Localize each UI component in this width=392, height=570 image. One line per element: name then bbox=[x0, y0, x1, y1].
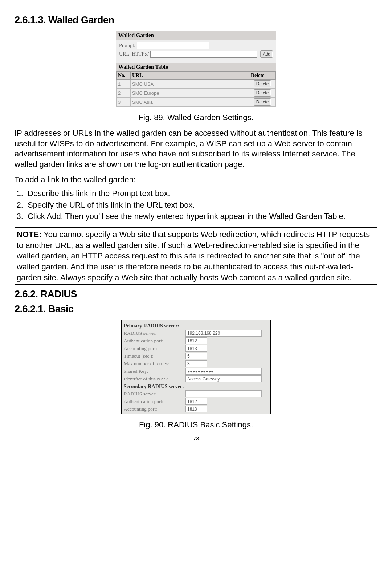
input-primary-server[interactable] bbox=[185, 330, 262, 337]
figure-90-radius-panel: Primary RADIUS server: RADIUS server: Au… bbox=[121, 320, 271, 414]
label-auth-port: Authentication port: bbox=[124, 338, 185, 344]
label-radius-server-2: RADIUS server: bbox=[124, 391, 185, 397]
input-secondary-auth[interactable] bbox=[185, 398, 207, 405]
delete-button[interactable]: Delete bbox=[254, 98, 271, 106]
list-item: Specify the URL of this link in the URL … bbox=[25, 200, 377, 211]
cell-url: SMC Asia bbox=[131, 98, 249, 107]
url-input[interactable] bbox=[150, 51, 257, 58]
label-shared-key: Shared Key: bbox=[124, 369, 185, 374]
steps-list: Describe this link in the Prompt text bo… bbox=[15, 188, 377, 222]
prompt-label: Prompt: bbox=[119, 43, 135, 49]
table-title: Walled Garden Table bbox=[116, 63, 276, 72]
label-acct-port-2: Accounting port: bbox=[124, 406, 185, 412]
delete-button[interactable]: Delete bbox=[254, 80, 271, 87]
section-heading-basic: 2.6.2.1. Basic bbox=[15, 304, 377, 315]
input-primary-nasid[interactable] bbox=[185, 375, 262, 382]
cell-no: 2 bbox=[117, 89, 131, 98]
input-secondary-server[interactable] bbox=[185, 390, 262, 397]
input-primary-key[interactable] bbox=[185, 368, 262, 375]
cell-url: SMC USA bbox=[131, 80, 249, 89]
panel-title: Walled Garden bbox=[116, 31, 276, 40]
delete-button[interactable]: Delete bbox=[254, 89, 271, 97]
col-delete: Delete bbox=[249, 72, 276, 80]
paragraph-description: IP addresses or URLs in the walled garde… bbox=[15, 128, 377, 170]
input-primary-timeout[interactable] bbox=[185, 353, 207, 359]
label-retries: Max number of retries: bbox=[124, 361, 185, 367]
cell-url: SMC Europe bbox=[131, 89, 249, 98]
input-primary-auth[interactable] bbox=[185, 337, 207, 344]
cell-no: 3 bbox=[117, 98, 131, 107]
label-timeout: Timeout (sec.): bbox=[124, 353, 185, 359]
input-secondary-acct[interactable] bbox=[185, 406, 207, 412]
primary-server-header: Primary RADIUS server: bbox=[124, 323, 268, 329]
figure-89-caption: Fig. 89. Walled Garden Settings. bbox=[15, 113, 377, 122]
note-text: You cannot specify a Web site that suppo… bbox=[17, 230, 370, 282]
add-button[interactable]: Add bbox=[260, 50, 273, 58]
table-row: 1 SMC USA Delete bbox=[117, 80, 276, 89]
list-item: Describe this link in the Prompt text bo… bbox=[25, 188, 377, 199]
paragraph-intro-steps: To add a link to the walled garden: bbox=[15, 175, 377, 185]
col-url: URL bbox=[131, 72, 249, 80]
section-heading-radius: 2.6.2. RADIUS bbox=[15, 289, 377, 300]
cell-no: 1 bbox=[117, 80, 131, 89]
note-label: NOTE: bbox=[17, 230, 41, 239]
input-primary-retries[interactable] bbox=[185, 360, 207, 367]
note-box: NOTE: You cannot specify a Web site that… bbox=[15, 227, 377, 285]
label-nas-id: Identifier of this NAS: bbox=[124, 376, 185, 382]
label-radius-server: RADIUS server: bbox=[124, 330, 185, 336]
label-auth-port-2: Authentication port: bbox=[124, 399, 185, 404]
prompt-input[interactable] bbox=[137, 42, 209, 49]
figure-89-walled-garden-panel: Walled Garden Prompt: URL: HTTP:// Add W… bbox=[116, 31, 276, 107]
section-heading-walled-garden: 2.6.1.3. Walled Garden bbox=[15, 15, 377, 26]
col-no: No. bbox=[117, 72, 131, 80]
input-primary-acct[interactable] bbox=[185, 345, 207, 352]
secondary-server-header: Secondary RADIUS server: bbox=[124, 384, 268, 390]
url-label: URL: HTTP:// bbox=[119, 51, 149, 57]
figure-90-caption: Fig. 90. RADIUS Basic Settings. bbox=[15, 420, 377, 429]
walled-garden-table: No. URL Delete 1 SMC USA Delete 2 SMC Eu… bbox=[116, 72, 276, 107]
page-number: 73 bbox=[15, 435, 377, 441]
label-acct-port: Accounting port: bbox=[124, 346, 185, 351]
table-row: 3 SMC Asia Delete bbox=[117, 98, 276, 107]
list-item: Click Add. Then you'll see the newly ent… bbox=[25, 211, 377, 222]
table-row: 2 SMC Europe Delete bbox=[117, 89, 276, 98]
